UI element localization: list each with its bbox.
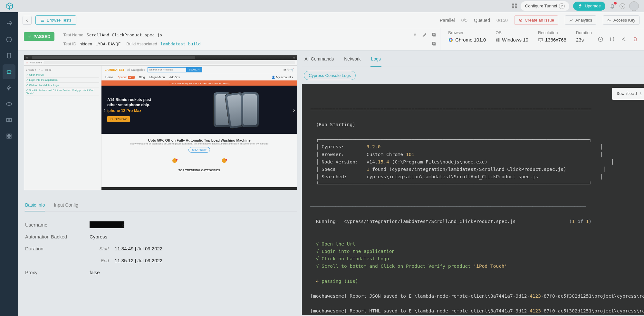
queued-value: 0/150 <box>496 18 508 23</box>
svg-point-18 <box>449 38 453 42</box>
hero-next: › <box>293 106 295 114</box>
term-m1a: [mochawesome] Report JSON saved to E:\la… <box>310 293 530 299</box>
svg-rect-16 <box>433 43 436 45</box>
upgrade-button[interactable]: Upgrade <box>573 2 605 11</box>
os-label: OS <box>495 30 528 35</box>
global-help-icon[interactable]: ? <box>620 3 625 9</box>
cypress-console-pill[interactable]: Cypress Console Logs <box>304 71 356 80</box>
notification-dot <box>614 2 617 5</box>
nav-hyper[interactable] <box>3 80 15 95</box>
back-button[interactable] <box>23 16 32 25</box>
bracket-icon[interactable] <box>609 36 615 42</box>
nav-realtime[interactable] <box>3 48 15 63</box>
tab-basic-info[interactable]: Basic Info <box>25 199 45 211</box>
analytics-button[interactable]: Analytics <box>565 15 596 25</box>
tab-all-commands[interactable]: All Commands <box>304 52 334 67</box>
tab-logs[interactable]: Logs <box>370 52 381 67</box>
term-cy-val: 9.2.0 <box>367 144 381 149</box>
svg-point-19 <box>450 39 452 41</box>
nav-automation[interactable] <box>3 64 15 79</box>
browse-tests-label: Browse Tests <box>47 18 72 23</box>
access-key-label: Access Key <box>613 18 635 23</box>
categories-title: TOP TRENDING CATEGORIES <box>101 167 297 175</box>
term-step4a: √ Scroll to bottom and Click on Product … <box>316 264 474 269</box>
delete-icon[interactable] <box>632 36 638 42</box>
notifications-button[interactable] <box>609 3 616 9</box>
term-step1: √ Open the Url <box>316 241 355 246</box>
term-step3: √ Click on Lambdatest Logo <box>316 256 389 261</box>
store-search-button: SEARCH <box>186 68 202 72</box>
terminal-output[interactable]: Download ===============================… <box>302 84 644 315</box>
store-categories: All Categories <box>127 68 145 71</box>
panel-step-4: Scroll to bottom and Click on Product Ve… <box>26 89 94 95</box>
nav-more[interactable] <box>3 129 15 144</box>
meta-row: PASSED Test Name ScrollAnd_ClickProduct.… <box>18 28 644 51</box>
basic-info-table: Username xk Automation Backed Cypress Du… <box>24 219 297 278</box>
start-value: 11:34:49 | Jul 09 2022 <box>115 246 162 251</box>
upgrade-label: Upgrade <box>585 4 601 8</box>
copy-id-icon[interactable] <box>432 41 437 46</box>
svg-point-4 <box>9 72 10 72</box>
analytics-icon <box>569 18 573 23</box>
browse-tests-button[interactable]: Browse Tests <box>35 15 76 25</box>
start-label: Start <box>90 246 109 251</box>
status-text: PASSED <box>34 34 51 39</box>
log-tabs: All Commands Network Logs <box>302 51 644 67</box>
automation-backed-label: Automation Backed <box>25 234 90 239</box>
term-sp-a: 1 <box>367 167 370 172</box>
term-m2b: 4123 <box>530 308 541 313</box>
resolution-label: Resolution <box>538 30 566 35</box>
rocket-icon <box>578 4 583 9</box>
top-bar: Configure Tunnel ? Upgrade ? <box>0 0 644 12</box>
duration-info-label: Duration <box>25 246 90 251</box>
tab-network[interactable]: Network <box>343 52 361 67</box>
svg-point-24 <box>624 40 625 41</box>
info-icon[interactable] <box>598 36 603 42</box>
nav-integrations[interactable] <box>3 113 15 127</box>
nav-dashboard[interactable] <box>3 16 15 31</box>
svg-point-21 <box>598 37 603 42</box>
sort-icon[interactable] <box>412 32 418 37</box>
term-br-b: 101 <box>406 152 414 157</box>
svg-rect-9 <box>10 134 11 135</box>
term-step4b: 'iPod Touch' <box>474 264 507 269</box>
download-button[interactable]: Download <box>612 88 644 100</box>
build-assoc-value: lambdatest_build <box>160 42 201 46</box>
term-div-top: ========================================… <box>310 107 591 112</box>
svg-rect-6 <box>7 118 9 122</box>
avatar[interactable] <box>629 1 639 11</box>
right-column: All Commands Network Logs Cypress Consol… <box>300 51 644 315</box>
create-issue-button[interactable]: Create an issue <box>514 15 558 25</box>
windows-icon <box>495 38 500 42</box>
edit-icon[interactable] <box>422 32 427 37</box>
download-icon <box>639 92 643 96</box>
username-redacted: x <box>90 221 124 228</box>
term-br-label: Browser: <box>322 152 344 157</box>
help-icon[interactable]: ? <box>559 3 565 9</box>
apps-grid-icon[interactable] <box>512 4 517 8</box>
configure-tunnel-button[interactable]: Configure Tunnel ? <box>521 1 569 11</box>
nav-mega: Mega Menu <box>149 76 165 79</box>
left-nav <box>0 12 18 316</box>
access-key-button[interactable]: Access Key <box>603 15 639 25</box>
tab-input-config[interactable]: Input Config <box>54 199 78 211</box>
term-nd-c: (C:\Program Files\nodejs\node.exe) <box>389 159 488 164</box>
hero-text-2: other smartphone chip. <box>107 103 178 107</box>
resolution-value: 1366x768 <box>545 37 566 42</box>
promo-title: Upto 50% Off on Fully Automatic Top Load… <box>101 138 297 142</box>
nav-history[interactable] <box>3 32 15 47</box>
copy-icon[interactable] <box>432 32 437 37</box>
hero-cta: SHOP NOW <box>107 116 130 122</box>
end-value: 11:35:12 | Jul 09 2022 <box>115 258 162 263</box>
info-tabs: Basic Info Input Config <box>24 199 297 212</box>
nav-visual[interactable] <box>3 97 15 111</box>
share-icon[interactable] <box>621 36 627 42</box>
sub-header: Browse Tests Parallel 0/5 Queued 0/150 C… <box>18 12 644 28</box>
svg-point-22 <box>622 39 623 40</box>
logo-icon <box>5 2 14 11</box>
panel-step-3: Click on Lambdatest Logo <box>29 84 59 87</box>
parallel-label: Parallel <box>440 18 455 23</box>
status-badge: PASSED <box>24 32 54 41</box>
username-label: Username <box>25 222 90 228</box>
test-name-label: Test Name <box>63 33 83 37</box>
